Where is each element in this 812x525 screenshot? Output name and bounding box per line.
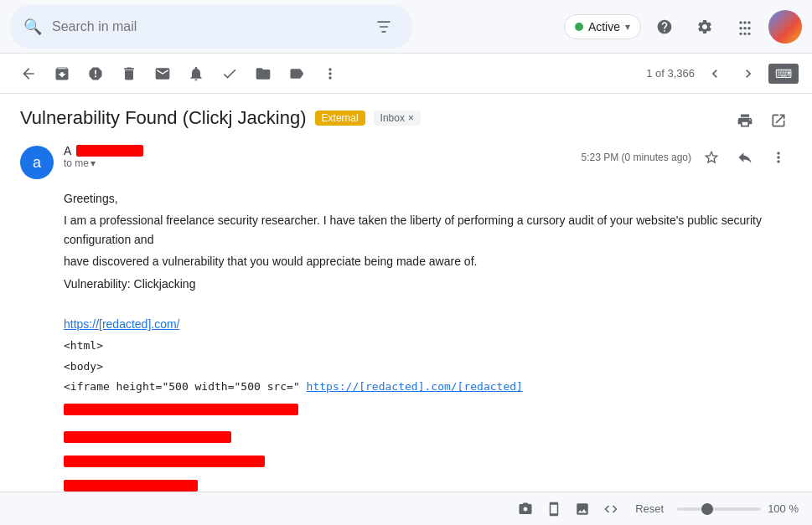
tag-external[interactable]: External bbox=[315, 111, 365, 126]
timestamp: 5:23 PM (0 minutes ago) bbox=[582, 152, 691, 163]
top-bar: 🔍 Active ▾ bbox=[0, 0, 812, 54]
body-line2: have discovered a vulnerability that you… bbox=[64, 252, 792, 270]
search-icon: 🔍 bbox=[23, 18, 42, 36]
code-icon-button[interactable] bbox=[600, 498, 622, 520]
chevron-down-icon: ▾ bbox=[625, 21, 630, 33]
body-link[interactable]: https://[redacted].com/ bbox=[64, 315, 792, 333]
add-task-button[interactable] bbox=[215, 59, 245, 89]
print-button[interactable] bbox=[732, 107, 758, 134]
close-inbox-tag-icon[interactable]: × bbox=[408, 112, 414, 124]
filter-icon-button[interactable] bbox=[369, 12, 399, 42]
active-status-badge[interactable]: Active ▾ bbox=[564, 14, 641, 39]
meta-right: 5:23 PM (0 minutes ago) bbox=[582, 144, 792, 171]
image-icon-button[interactable] bbox=[572, 498, 593, 520]
move-to-button[interactable] bbox=[248, 59, 278, 89]
apps-grid-icon-button[interactable] bbox=[728, 10, 762, 44]
email-title-area: Vulnerability Found (Clickj Jacking) Ext… bbox=[20, 107, 421, 129]
label-button[interactable] bbox=[282, 59, 312, 89]
body-line3: Vulnerability: Clickjacking bbox=[64, 275, 792, 293]
more-actions-button[interactable] bbox=[765, 144, 792, 171]
greeting: Greetings, bbox=[64, 189, 792, 208]
zoom-level: 100 % bbox=[768, 502, 799, 515]
redacted-block-1 bbox=[64, 401, 792, 423]
code-iframe: <iframe height="500 width="500 src=" htt… bbox=[64, 378, 792, 396]
bottom-bar: Reset 100 % bbox=[0, 492, 812, 525]
archive-button[interactable] bbox=[47, 59, 77, 89]
reply-button[interactable] bbox=[732, 144, 758, 171]
sender-name: A bbox=[64, 144, 572, 157]
redacted-block-3 bbox=[64, 453, 792, 475]
pager: 1 of 3,366 bbox=[646, 60, 799, 87]
more-options-button[interactable] bbox=[315, 59, 345, 89]
email-toolbar: 1 of 3,366 bbox=[0, 54, 812, 94]
avatar[interactable] bbox=[768, 10, 802, 44]
email-body: Greetings, I am a professional freelance… bbox=[0, 189, 812, 525]
active-dot-icon bbox=[575, 23, 583, 31]
snooze-button[interactable] bbox=[181, 59, 211, 89]
open-new-window-button[interactable] bbox=[765, 107, 792, 134]
email-subject: Vulnerability Found (Clickj Jacking) bbox=[20, 107, 307, 129]
to-me-label[interactable]: to me ▾ bbox=[64, 157, 572, 169]
chevron-down-icon: ▾ bbox=[91, 157, 96, 169]
iframe-link[interactable]: https://[redacted].com/[redacted] bbox=[307, 380, 523, 393]
settings-icon-button[interactable] bbox=[688, 10, 721, 44]
email-header-right bbox=[732, 107, 792, 134]
phone-icon-button[interactable] bbox=[543, 498, 565, 520]
body-line1: I am a professional freelance security r… bbox=[64, 211, 792, 249]
email-meta: a A to me ▾ 5:23 PM (0 minutes ago) bbox=[0, 141, 812, 189]
help-icon-button[interactable] bbox=[648, 10, 681, 44]
top-right-actions: Active ▾ bbox=[564, 10, 802, 44]
email-container: Vulnerability Found (Clickj Jacking) Ext… bbox=[0, 94, 812, 525]
link-text[interactable]: https://[redacted].com/ bbox=[64, 317, 180, 331]
sender-name-redacted bbox=[76, 145, 143, 157]
sender-name-text: A bbox=[64, 144, 71, 157]
email-header: Vulnerability Found (Clickj Jacking) Ext… bbox=[0, 94, 812, 141]
back-button[interactable] bbox=[13, 59, 44, 89]
prev-email-button[interactable] bbox=[701, 60, 728, 87]
tag-inbox[interactable]: Inbox × bbox=[374, 111, 421, 126]
code-html-tag: <html> bbox=[64, 337, 792, 355]
search-container: 🔍 bbox=[10, 5, 412, 49]
search-input[interactable] bbox=[52, 19, 359, 34]
active-label: Active bbox=[588, 20, 620, 33]
reset-zoom-button[interactable]: Reset bbox=[628, 499, 670, 518]
delete-button[interactable] bbox=[114, 59, 144, 89]
next-email-button[interactable] bbox=[735, 60, 762, 87]
report-spam-button[interactable] bbox=[80, 59, 111, 89]
redacted-block-2 bbox=[64, 429, 792, 450]
zoom-slider[interactable] bbox=[677, 507, 761, 511]
mark-unread-button[interactable] bbox=[147, 59, 178, 89]
meta-details: A to me ▾ bbox=[64, 144, 572, 169]
sender-avatar: a bbox=[20, 146, 54, 179]
code-body-tag: <body> bbox=[64, 358, 792, 376]
camera-icon-button[interactable] bbox=[515, 498, 536, 520]
pager-text: 1 of 3,366 bbox=[646, 67, 695, 80]
keyboard-shortcut-icon[interactable] bbox=[768, 64, 799, 84]
star-button[interactable] bbox=[698, 144, 725, 171]
